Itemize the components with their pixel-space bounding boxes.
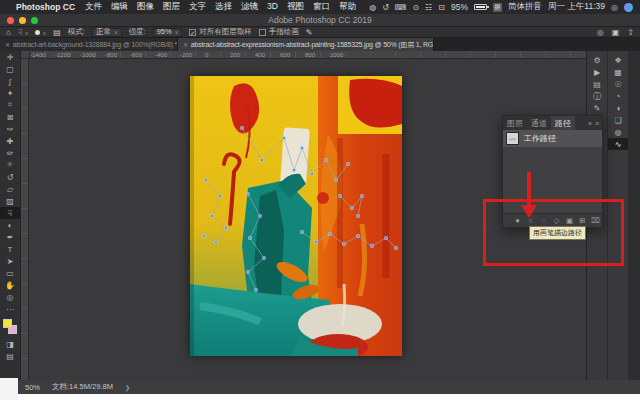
ruler-corner xyxy=(21,51,30,59)
menubar-item[interactable]: 文件 xyxy=(85,1,102,13)
mode-select[interactable]: 正常 ∨ xyxy=(92,28,122,37)
abstract-painting xyxy=(190,76,402,356)
lasso-tool[interactable]: ʃ xyxy=(0,75,20,87)
pen-tool[interactable]: ✒ xyxy=(0,231,20,243)
type-tool[interactable]: T xyxy=(0,243,20,255)
frame-tool[interactable]: ⊠ xyxy=(0,111,20,123)
artwork-image[interactable] xyxy=(190,76,402,356)
menubar-item[interactable]: 视图 xyxy=(287,1,304,13)
eraser-tool[interactable]: ▱ xyxy=(0,183,20,195)
spotlight-search-icon[interactable]: ◎ xyxy=(611,3,618,12)
panel-tab[interactable]: 图层 xyxy=(503,116,527,130)
bluetooth-icon[interactable]: ⊙ xyxy=(412,3,419,12)
marquee-tool[interactable]: ▢ xyxy=(0,63,20,75)
close-tab-icon[interactable]: ✕ xyxy=(183,41,188,48)
ruler-label: -800 xyxy=(105,51,130,58)
menubar-item[interactable]: 帮助 xyxy=(339,1,356,13)
brush-settings-toggle-icon[interactable]: ▤ xyxy=(53,28,61,37)
color-sync-icon[interactable]: ◍ xyxy=(369,3,376,12)
status-expand-icon[interactable]: ❯ xyxy=(125,384,130,391)
document-tabbar: ✕ abstract-art-background-1328884.jpg @ … xyxy=(0,38,640,51)
menubar-item[interactable]: 窗口 xyxy=(313,1,330,13)
libraries-panel-icon[interactable]: ▤ xyxy=(587,78,607,90)
edit-toolbar[interactable]: ⋯ xyxy=(0,303,20,315)
close-tab-icon[interactable]: ✕ xyxy=(5,41,10,48)
brush-preset-picker[interactable]: ∨ xyxy=(35,28,46,37)
document-tab[interactable]: ✕ abstract-art-background-1328884.jpg @ … xyxy=(0,38,178,51)
tablet-pressure-icon[interactable]: ✎ xyxy=(306,28,313,37)
display-icon[interactable]: ⊡ xyxy=(438,3,445,12)
menu-list: 文件编辑图像图层文字选择滤镜3D视图窗口帮助 xyxy=(85,1,356,13)
panel-tab[interactable]: 通道 xyxy=(527,116,551,130)
patterns-panel-icon[interactable]: ▦ xyxy=(608,66,628,78)
path-selection-tool[interactable]: ➤ xyxy=(0,255,20,267)
shape-tool[interactable]: ▭ xyxy=(0,267,20,279)
gradient-tool[interactable]: ▨ xyxy=(0,195,20,207)
menubar-item[interactable]: 滤镜 xyxy=(241,1,258,13)
move-tool[interactable]: ✛ xyxy=(0,51,20,63)
menubar-clock[interactable]: 周一 上午11:39 xyxy=(548,1,605,13)
wifi-icon[interactable]: ☷ xyxy=(425,3,432,12)
brush-tool[interactable]: ✏ xyxy=(0,147,20,159)
quick-selection-tool[interactable]: ✦ xyxy=(0,87,20,99)
hand-tool[interactable]: ✋ xyxy=(0,279,20,291)
finger-paint-checkbox[interactable] xyxy=(259,29,266,36)
eyedropper-tool[interactable]: ✑ xyxy=(0,123,20,135)
menubar-item[interactable]: 图像 xyxy=(137,1,154,13)
collapse-panel-icon[interactable]: « xyxy=(588,120,592,127)
channels-panel-icon[interactable]: ◍ xyxy=(608,126,628,138)
window-titlebar: Adobe Photoshop CC 2019 xyxy=(0,14,640,27)
input-method-icon[interactable]: 拼 xyxy=(493,3,502,12)
brush-settings-panel-icon[interactable]: ✎ xyxy=(587,102,607,114)
share-icon[interactable]: ⇧ xyxy=(627,28,634,37)
app-menu-title[interactable]: Photoshop CC xyxy=(16,2,75,12)
screen-mode-button[interactable]: ▤ xyxy=(0,350,20,362)
active-tool-preset[interactable]: ☟ ∨ xyxy=(18,28,29,37)
healing-brush-tool[interactable]: ✚ xyxy=(0,135,20,147)
zoom-tool[interactable]: ◎ xyxy=(0,291,20,303)
quick-mask-button[interactable]: ◨ xyxy=(0,338,20,350)
sample-all-layers-checkbox[interactable]: ✓ xyxy=(189,29,196,36)
history-brush-tool[interactable]: ↺ xyxy=(0,171,20,183)
learn-panel-icon[interactable]: ☉ xyxy=(608,78,628,90)
sample-all-layers-option[interactable]: ✓ 对所有图层取样 xyxy=(189,27,252,37)
clone-stamp-tool[interactable]: ⍟ xyxy=(0,159,20,171)
finger-paint-option[interactable]: 手指绘画 xyxy=(259,27,299,37)
properties-panel-icon[interactable]: ⚙ xyxy=(587,54,607,66)
workspace-switcher-icon[interactable]: ▣ xyxy=(612,28,620,37)
menubar-item[interactable]: 选择 xyxy=(215,1,232,13)
ruler-label: 600 xyxy=(280,51,305,58)
document-tab[interactable]: ✕ abstract-abstract-expressionism-abstra… xyxy=(178,38,434,51)
search-icon[interactable]: ◎ xyxy=(597,28,604,37)
chevron-down-icon: ∨ xyxy=(25,30,29,36)
smudge-tool[interactable]: ☟ xyxy=(0,207,20,219)
panel-tab[interactable]: 路径 xyxy=(551,116,575,130)
keyboard-icon[interactable]: ⌨ xyxy=(395,3,407,12)
photoshop-window: Photoshop CC 文件编辑图像图层文字选择滤镜3D视图窗口帮助 ◍↺⌨⊙… xyxy=(0,0,640,400)
vertical-ruler xyxy=(21,59,29,380)
color-panel-icon[interactable]: ◔ xyxy=(608,90,628,102)
info-panel-icon[interactable]: ⓘ xyxy=(587,90,607,102)
input-method-label[interactable]: 简体拼音 xyxy=(508,1,542,13)
menubar-item[interactable]: 3D xyxy=(267,1,278,13)
menubar-item[interactable]: 编辑 xyxy=(111,1,128,13)
crop-tool[interactable]: ⌗ xyxy=(0,99,20,111)
paths-panel-icon[interactable]: ∿ xyxy=(608,138,628,150)
ruler-label: -1400 xyxy=(30,51,55,58)
foreground-color-swatch[interactable] xyxy=(3,319,12,328)
strength-input[interactable]: 95% ∨ xyxy=(153,28,183,37)
layers-panel-icon[interactable]: ❏ xyxy=(608,114,628,126)
menubar-item[interactable]: 文字 xyxy=(189,1,206,13)
strength-label: 强度: xyxy=(129,27,146,37)
zoom-level-field[interactable]: 50% xyxy=(25,383,40,392)
dodge-tool[interactable]: ◐ xyxy=(0,219,20,231)
menubar-item[interactable]: 图层 xyxy=(163,1,180,13)
actions-panel-icon[interactable]: ▶ xyxy=(587,66,607,78)
panel-menu-icon[interactable]: ≡ xyxy=(595,120,599,127)
adjustments-panel-icon[interactable]: ◑ xyxy=(608,102,628,114)
time-machine-icon[interactable]: ↺ xyxy=(382,3,389,12)
siri-icon[interactable] xyxy=(624,3,633,12)
swatches-panel-icon[interactable]: ❖ xyxy=(608,54,628,66)
home-icon[interactable]: ⌂ xyxy=(6,28,11,37)
work-path-row[interactable]: 〰 工作路径 xyxy=(503,130,602,147)
